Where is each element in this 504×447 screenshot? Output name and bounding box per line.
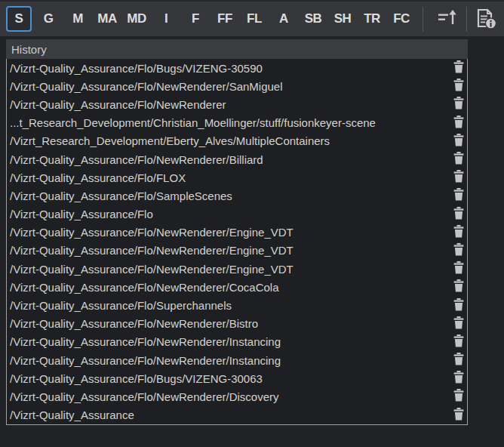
trash-icon [453,116,464,131]
delete-history-entry-button[interactable] [450,334,467,350]
trash-icon [453,316,464,331]
trash-icon [453,207,464,222]
delete-history-entry-button[interactable] [450,316,467,332]
delete-history-entry-button[interactable] [450,187,467,204]
toolbar-tab[interactable]: I [153,6,179,32]
history-list-item[interactable]: /Vizrt_Research_Development/Eberty_Alves… [7,132,467,150]
delete-history-entry-button[interactable] [450,370,467,387]
toolbar-tab[interactable]: A [271,6,297,32]
trash-icon [453,188,464,203]
toolbar-tab[interactable]: F [183,6,208,32]
sort-ascending-icon [436,8,459,32]
trash-icon [453,298,464,313]
delete-history-entry-button[interactable] [450,297,467,314]
document-info-button[interactable] [473,7,499,32]
trash-icon [453,243,464,258]
toolbar-tab-label: A [279,11,288,26]
toolbar-tab[interactable]: MA [94,6,120,32]
history-list-item[interactable]: ...t_Research_Development/Christian_Moel… [7,114,467,132]
toolbar-tab[interactable]: SB [300,6,326,32]
history-list-item[interactable]: /Vizrt-Quality_Assurance/Flo/NewRenderer… [7,150,467,168]
history-list-item[interactable]: /Vizrt-Quality_Assurance/Flo/FLOX [7,168,467,187]
trash-icon [453,408,464,423]
history-list-item[interactable]: /Vizrt-Quality_Assurance/Flo/NewRenderer… [7,278,467,296]
trash-icon [453,79,464,94]
toolbar-tab-label: I [164,11,167,26]
trash-icon [453,97,464,112]
history-list-item[interactable]: /Vizrt-Quality_Assurance/Flo/NewRenderer… [7,333,467,351]
history-dropdown-panel: History /Vizrt-Quality_Assurance/Flo/Bug… [6,39,468,425]
toolbar-tab[interactable]: SH [330,6,355,32]
scene-path-label: /Vizrt-Quality_Assurance/Flo/SampleScene… [10,190,232,202]
history-list-item[interactable]: /Vizrt-Quality_Assurance/Flo [7,205,467,224]
toolbar-tab[interactable]: FL [241,6,267,32]
toolbar-tab-label: MD [127,11,146,26]
toolbar-tab[interactable]: M [65,6,91,32]
history-list-item[interactable]: /Vizrt-Quality_Assurance/Flo/NewRenderer… [7,77,467,95]
trash-icon [453,334,464,350]
history-panel-title: History [11,43,47,56]
delete-history-entry-button[interactable] [450,206,467,223]
toolbar: S G M MA MD I F FF FL A SB SH [0,0,504,36]
history-list-item[interactable]: /Vizrt-Quality_Assurance/Flo/NewRenderer… [7,224,467,242]
toolbar-tab[interactable]: TR [359,6,385,32]
scene-path-label: /Vizrt-Quality_Assurance/Flo/NewRenderer [10,98,226,111]
toolbar-tab-label: TR [364,11,380,26]
delete-history-entry-button[interactable] [450,60,467,76]
history-list: /Vizrt-Quality_Assurance/Flo/Bugs/VIZENG… [6,59,468,425]
history-list-item[interactable]: /Vizrt-Quality_Assurance/Flo/SampleScene… [7,187,467,205]
scene-path-label: /Vizrt-Quality_Assurance/Flo/NewRenderer… [10,317,258,330]
toolbar-tab[interactable]: G [35,6,61,32]
history-list-item[interactable]: /Vizrt-Quality_Assurance/Flo/NewRenderer… [7,315,467,333]
scene-path-label: /Vizrt-Quality_Assurance/Flo/Bugs/VIZENG… [10,62,263,75]
delete-history-entry-button[interactable] [450,169,467,186]
toolbar-tab-label: M [72,11,83,26]
delete-history-entry-button[interactable] [450,115,467,131]
delete-history-entry-button[interactable] [450,133,467,150]
trash-icon [453,134,464,149]
sort-ascending-button[interactable] [435,7,460,32]
scene-path-label: /Vizrt-Quality_Assurance/Flo/NewRenderer… [10,335,281,348]
scene-path-label: /Vizrt-Quality_Assurance/Flo/Superchanne… [10,299,232,312]
history-list-item[interactable]: /Vizrt-Quality_Assurance/Flo/Superchanne… [7,296,467,314]
toolbar-tab-label: G [44,11,54,26]
toolbar-tab[interactable]: S [6,6,32,32]
delete-history-entry-button[interactable] [450,224,467,241]
history-list-item[interactable]: /Vizrt-Quality_Assurance/Flo/NewRenderer [7,95,467,113]
toolbar-tab-label: FL [247,11,262,26]
scene-path-label: /Vizrt-Quality_Assurance/Flo/NewRenderer… [10,226,293,239]
scene-path-label: /Vizrt-Quality_Assurance/Flo/NewRenderer… [10,153,263,166]
history-list-item[interactable]: /Vizrt-Quality_Assurance/Flo/NewRenderer… [7,260,467,278]
history-panel-header: History [6,39,468,59]
history-list-item[interactable]: /Vizrt-Quality_Assurance/Flo/NewRenderer… [7,351,467,369]
delete-history-entry-button[interactable] [450,96,467,113]
toolbar-tab[interactable]: FF [212,6,238,32]
delete-history-entry-button[interactable] [450,151,467,168]
delete-history-entry-button[interactable] [450,279,467,295]
toolbar-tab[interactable]: FC [389,6,414,32]
history-list-item[interactable]: /Vizrt-Quality_Assurance [7,406,467,424]
history-list-item[interactable]: /Vizrt-Quality_Assurance/Flo/NewRenderer… [7,387,467,405]
trash-icon [453,152,464,167]
toolbar-tab-label: FF [217,11,232,26]
delete-history-entry-button[interactable] [450,242,467,259]
toolbar-tab-label: SB [305,11,322,26]
toolbar-tab-label: SH [334,11,352,26]
trash-icon [453,170,464,185]
history-list-item[interactable]: /Vizrt-Quality_Assurance/Flo/Bugs/VIZENG… [7,369,467,387]
delete-history-entry-button[interactable] [450,78,467,94]
delete-history-entry-button[interactable] [450,260,467,277]
trash-icon [453,371,464,386]
history-list-item[interactable]: /Vizrt-Quality_Assurance/Flo/Bugs/VIZENG… [7,59,467,77]
scene-path-label: /Vizrt-Quality_Assurance/Flo/NewRenderer… [10,281,279,294]
scene-path-label: /Vizrt-Quality_Assurance/Flo/NewRenderer… [10,390,279,403]
toolbar-separator [466,7,467,32]
trash-icon [453,389,464,404]
history-list-item[interactable]: /Vizrt-Quality_Assurance/Flo/NewRenderer… [7,242,467,260]
toolbar-tab[interactable]: MD [124,6,149,32]
delete-history-entry-button[interactable] [450,352,467,368]
scene-path-label: /Vizrt-Quality_Assurance/Flo/NewRenderer… [10,354,281,367]
delete-history-entry-button[interactable] [450,388,467,405]
trash-icon [453,60,464,76]
delete-history-entry-button[interactable] [450,407,467,424]
